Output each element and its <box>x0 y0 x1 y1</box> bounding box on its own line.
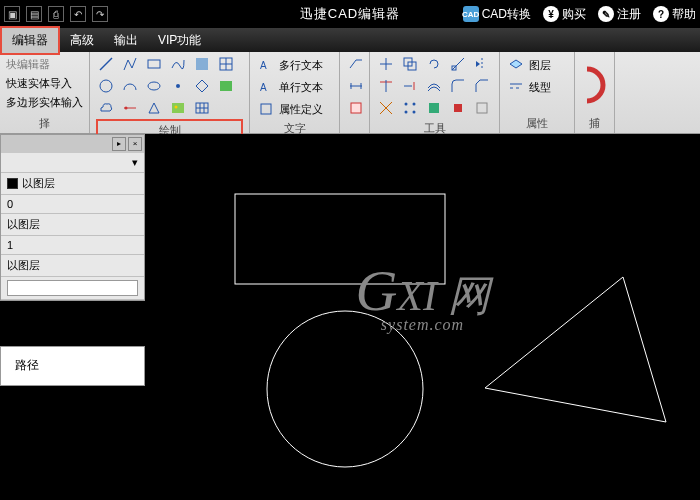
svg-marker-9 <box>196 80 208 92</box>
svg-rect-40 <box>454 104 462 112</box>
panel-collapse-icon[interactable]: ▸ <box>112 137 126 151</box>
watermark-g: G <box>355 258 397 323</box>
panel-bylayer-2[interactable]: 以图层 <box>1 214 144 236</box>
shape-circle[interactable] <box>267 311 423 467</box>
hatch-icon[interactable] <box>216 55 236 73</box>
copy-icon[interactable] <box>400 55 420 73</box>
panel-bylayer-3[interactable]: 以图层 <box>1 255 144 277</box>
image-icon[interactable] <box>168 99 188 117</box>
group-label-select: 择 <box>6 114 83 131</box>
print-icon[interactable]: ⎙ <box>48 6 64 22</box>
svg-point-35 <box>405 103 408 106</box>
svg-rect-41 <box>477 103 487 113</box>
note-icon[interactable] <box>346 99 366 117</box>
svg-point-38 <box>413 111 416 114</box>
svg-point-7 <box>148 82 160 90</box>
xline-icon[interactable] <box>144 99 164 117</box>
quick-access-toolbar: ▣ ▤ ⎙ ↶ ↷ <box>4 6 108 22</box>
mtext-button[interactable]: A多行文本 <box>256 55 333 75</box>
mirror-icon[interactable] <box>472 55 492 73</box>
buy-button[interactable]: ¥购买 <box>543 6 586 23</box>
save-icon[interactable]: ▣ <box>4 6 20 22</box>
fillet-icon[interactable] <box>448 77 468 95</box>
ribbon-group-draw: 绘制 <box>90 52 250 133</box>
ribbon-group-annotate <box>340 52 370 133</box>
cloud-icon[interactable] <box>96 99 116 117</box>
ribbon: 块编辑器 快速实体导入 多边形实体输入 择 绘制 <box>0 52 700 134</box>
panel-value-1[interactable]: 1 <box>1 236 144 255</box>
rotate-icon[interactable] <box>424 55 444 73</box>
panel-header: ▸ × <box>1 135 144 153</box>
attrdef-button[interactable]: 属性定义 <box>256 99 333 119</box>
ellipse-icon[interactable] <box>144 77 164 95</box>
panel-value-0[interactable]: 0 <box>1 195 144 214</box>
svg-marker-30 <box>476 61 480 67</box>
offset-icon[interactable] <box>424 77 444 95</box>
menu-vip[interactable]: VIP功能 <box>148 28 211 53</box>
watermark-rest: XI 网 <box>397 273 489 319</box>
group-label-annotate <box>346 119 363 133</box>
capture-icon[interactable] <box>583 65 607 105</box>
move-icon[interactable] <box>376 55 396 73</box>
register-button[interactable]: ✎注册 <box>598 6 641 23</box>
mtext-icon: A <box>256 56 276 74</box>
redo-icon[interactable]: ↷ <box>92 6 108 22</box>
panel-input[interactable] <box>7 280 138 296</box>
panel-close-icon[interactable]: × <box>128 137 142 151</box>
explode-icon[interactable] <box>376 99 396 117</box>
stext-button[interactable]: A单行文本 <box>256 77 333 97</box>
title-bar: ▣ ▤ ⎙ ↶ ↷ 迅捷CAD编辑器 CADCAD转换 ¥购买 ✎注册 ?帮助 <box>0 0 700 28</box>
spline-icon[interactable] <box>168 55 188 73</box>
app-title: 迅捷CAD编辑器 <box>300 5 400 23</box>
extend-icon[interactable] <box>400 77 420 95</box>
help-button[interactable]: ?帮助 <box>653 6 696 23</box>
undo-icon[interactable]: ↶ <box>70 6 86 22</box>
align-icon[interactable] <box>424 99 444 117</box>
array-icon[interactable] <box>400 99 420 117</box>
block-icon[interactable] <box>192 55 212 73</box>
svg-text:A: A <box>260 60 267 71</box>
polyline-icon[interactable] <box>120 55 140 73</box>
circle-icon[interactable] <box>96 77 116 95</box>
menu-editor[interactable]: 编辑器 <box>0 26 60 55</box>
save-as-icon[interactable]: ▤ <box>26 6 42 22</box>
edit-icon[interactable] <box>472 99 492 117</box>
group-label-properties: 属性 <box>506 114 568 131</box>
trim-icon[interactable] <box>376 77 396 95</box>
path-panel: 路径 <box>0 346 145 386</box>
ribbon-group-capture: 捕 <box>575 52 615 133</box>
menu-advanced[interactable]: 高级 <box>60 28 104 53</box>
panel-bylayer-1[interactable]: 以图层 <box>1 173 144 195</box>
attrdef-label: 属性定义 <box>279 102 323 117</box>
chamfer-icon[interactable] <box>472 77 492 95</box>
bylayer-label-1: 以图层 <box>22 176 55 191</box>
layer-button[interactable]: 图层 <box>506 55 568 75</box>
ribbon-group-tools: 工具 <box>370 52 500 133</box>
layer-label: 图层 <box>529 58 551 73</box>
svg-rect-2 <box>196 58 208 70</box>
cad-convert-button[interactable]: CADCAD转换 <box>463 6 531 23</box>
polygon-icon[interactable] <box>192 77 212 95</box>
properties-panel: ▸ × ▾ 以图层 0 以图层 1 以图层 <box>0 134 145 301</box>
svg-rect-39 <box>429 103 439 113</box>
ribbon-group-text: A多行文本 A单行文本 属性定义 文字 <box>250 52 340 133</box>
quick-import[interactable]: 快速实体导入 <box>6 74 83 93</box>
ray-icon[interactable] <box>120 99 140 117</box>
shape-triangle[interactable] <box>485 277 666 422</box>
line-icon[interactable] <box>96 55 116 73</box>
stretch-icon[interactable] <box>448 99 468 117</box>
arc-icon[interactable] <box>120 77 140 95</box>
table-icon[interactable] <box>192 99 212 117</box>
leader-icon[interactable] <box>346 55 366 73</box>
rect-icon[interactable] <box>144 55 164 73</box>
block-editor-header: 块编辑器 <box>6 55 83 74</box>
linetype-button[interactable]: 线型 <box>506 77 568 97</box>
menu-output[interactable]: 输出 <box>104 28 148 53</box>
panel-selector-row[interactable]: ▾ <box>1 153 144 173</box>
point-icon[interactable] <box>168 77 188 95</box>
region-icon[interactable] <box>216 77 236 95</box>
poly-input[interactable]: 多边形实体输入 <box>6 93 83 112</box>
scale-icon[interactable] <box>448 55 468 73</box>
dim-icon[interactable] <box>346 77 366 95</box>
drawing-canvas[interactable]: GXI 网 system.com <box>145 134 700 500</box>
